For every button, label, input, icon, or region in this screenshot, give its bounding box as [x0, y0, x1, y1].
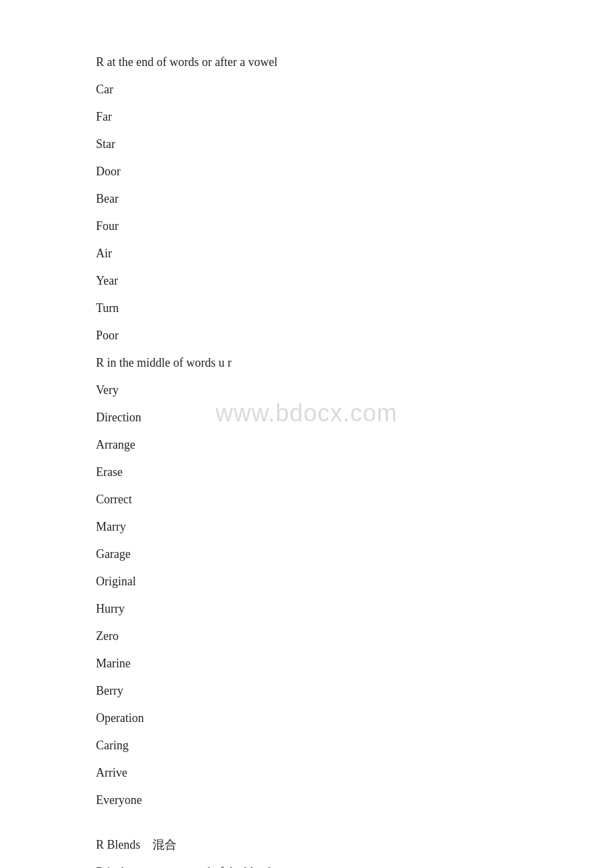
word-far: Far	[96, 108, 517, 126]
word-year: Year	[96, 272, 517, 290]
word-very: Very	[96, 381, 517, 399]
word-bear: Bear	[96, 190, 517, 208]
word-star: Star	[96, 135, 517, 153]
word-marine: Marine	[96, 655, 517, 673]
word-erase: Erase	[96, 463, 517, 481]
section3-heading: R Blends 混合	[96, 836, 517, 854]
section2-heading: R in the middle of words u r	[96, 354, 517, 372]
word-correct: Correct	[96, 491, 517, 509]
section1-heading: R at the end of words or after a vowel	[96, 53, 517, 71]
word-hurry: Hurry	[96, 600, 517, 618]
word-air: Air	[96, 245, 517, 263]
word-arrive: Arrive	[96, 764, 517, 782]
word-original: Original	[96, 573, 517, 591]
word-garage: Garage	[96, 545, 517, 563]
word-everyone: Everyone	[96, 791, 517, 809]
word-arrange: Arrange	[96, 436, 517, 454]
word-marry: Marry	[96, 518, 517, 536]
word-turn: Turn	[96, 299, 517, 317]
word-direction: Direction	[96, 409, 517, 427]
word-four: Four	[96, 217, 517, 235]
page-content: www.bdocx.com R at the end of words or a…	[0, 0, 613, 868]
word-berry: Berry	[96, 682, 517, 700]
word-caring: Caring	[96, 737, 517, 755]
word-operation: Operation	[96, 709, 517, 727]
section3-subheading: R is the strongest sound of the blend.	[96, 863, 517, 868]
word-car: Car	[96, 81, 517, 99]
word-zero: Zero	[96, 627, 517, 645]
word-door: Door	[96, 163, 517, 181]
word-poor: Poor	[96, 327, 517, 345]
